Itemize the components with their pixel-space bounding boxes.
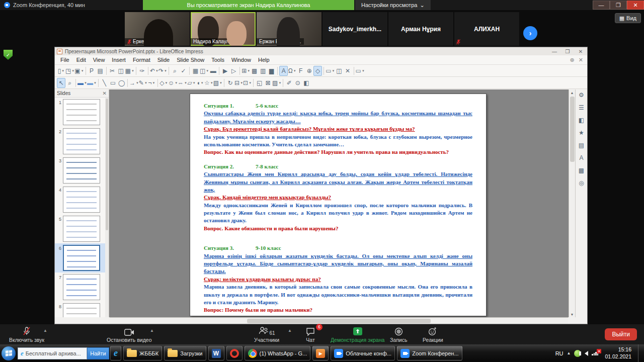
sidebar-gallery-icon[interactable]: ▩ [577,166,586,175]
sidebar-animation-icon[interactable]: ★ [577,128,586,137]
menu-file[interactable]: File [57,56,73,64]
taskbar-zoom-zoom-конферен-[interactable]: Zoom Конферен... [397,346,462,360]
minimize-button[interactable]: — [593,1,610,10]
video-tile[interactable]: Еркежан Жа... [125,12,190,46]
crop-image-icon[interactable]: ⊠ [264,78,272,88]
toggle-extrusion-icon[interactable]: ◧ [302,78,310,88]
slide-thumbnail-1[interactable]: 1 [55,98,105,127]
find-replace-icon[interactable]: ⌕ [171,66,179,76]
impress-restore-button[interactable]: ❐ [561,49,574,54]
taskbar-folder-загрузки[interactable]: Загрузки [164,346,206,360]
sidebar-styles-icon[interactable]: A [577,153,586,162]
menu-edit[interactable]: Edit [73,56,90,64]
start-from-current-slide-icon[interactable]: ▷ [229,66,238,76]
symbol-shapes-icon[interactable]: ☺▼ [168,78,178,88]
video-options-caret[interactable]: ▲ [150,328,154,333]
basic-shapes-icon[interactable]: ◇▼ [159,78,168,88]
zoom-pan-icon[interactable]: ⌕ [65,78,74,88]
tray-expand-icon[interactable]: ▲ [567,351,571,355]
close-button[interactable]: ✕ [627,1,644,10]
search-input[interactable]: Бесплатный архива... [26,350,81,356]
connectors-icon[interactable]: ¬▼ [147,78,156,88]
slide-thumbnail-6[interactable]: 6 [55,243,105,273]
slide-thumbnail-4[interactable]: 4 [55,185,105,214]
slide-thumbnail-7[interactable]: 7 [55,273,105,302]
slide-thumbnail-8[interactable]: 8 [55,302,105,317]
taskbar-player[interactable]: ▶ [312,346,329,360]
menu-tools[interactable]: Tools [208,56,228,64]
special-character-icon[interactable]: Ω▼ [288,66,296,76]
insert-chart-icon[interactable]: ▆ [267,66,276,76]
slides-panel-close-icon[interactable]: ✕ [103,90,107,96]
save-icon[interactable]: ▣▼ [74,66,84,76]
new-slide-icon[interactable]: ▭▼ [326,66,335,76]
sidebar-master-slides-icon[interactable]: ▤ [577,141,586,150]
new-document-icon[interactable]: ▯▼ [57,66,65,76]
edit-points-icon[interactable]: ✐ [285,78,293,88]
impress-minimize-button[interactable]: — [548,49,561,54]
volume-icon[interactable] [585,351,588,356]
taskbar-opera[interactable] [226,346,243,360]
menu-format[interactable]: Format [129,56,154,64]
block-arrows-icon[interactable]: ⇔▼ [178,78,187,88]
ellipse-icon[interactable]: ◯ [117,78,126,88]
sidebar-navigator-icon[interactable]: ◎ [577,178,586,188]
open-icon[interactable]: ◳▼ [65,66,74,76]
taskbar-zoom-облачные-конф-[interactable]: Облачные конф... [331,346,395,360]
export-pdf-icon[interactable]: P [88,66,96,76]
line-color-icon[interactable]: ▬▼ [77,78,87,88]
chat-button[interactable]: Чат 6 [306,326,315,343]
display-grid-icon[interactable]: ▦ [191,66,200,76]
view-settings-button[interactable]: Настройки просмотра ⌄ [355,0,431,10]
fill-color-icon[interactable]: ▬▼ [87,78,97,88]
slide-thumbnail-2[interactable]: 2 [55,127,105,156]
slide-thumbnail-3[interactable]: 3 [55,156,105,185]
participants-caret[interactable]: ▲ [288,328,292,333]
unmute-button[interactable]: Включить звук [9,326,44,343]
record-button[interactable]: Запись [390,326,407,343]
shapes-icon[interactable]: ◇ [313,66,322,76]
current-slide[interactable]: Ситуация 1.5-6 классОқушы сабаққа әдепсі… [190,94,487,316]
insert-image-icon[interactable]: ▩ [250,66,259,76]
search-go-button[interactable]: Найти [87,347,109,359]
clone-formatting-icon[interactable]: ✑ [138,66,146,76]
participant-name-tile[interactable]: Sadykov_imerkh... [323,12,387,46]
image-filter-icon[interactable]: ▨▼ [272,78,281,88]
taskbar-search[interactable]: e Бесплатный архива... Найти [18,347,109,359]
slide-properties-icon[interactable]: ▭▼ [356,66,365,76]
slide-thumbnail-5[interactable]: 5 [55,214,105,243]
language-indicator[interactable]: RU [555,350,564,356]
align-objects-icon[interactable]: ⊟▼ [234,78,243,88]
taskbar-word[interactable]: W [208,346,224,360]
snap-guides-icon[interactable]: ◫▼ [200,66,209,76]
video-tile[interactable]: Ержан Еркыдыр... [257,12,321,46]
close-document-icon[interactable]: ✕ [579,57,583,63]
mute-options-caret[interactable]: ▲ [43,328,47,333]
shadow-icon[interactable]: ◱ [255,78,264,88]
participant-name-tile[interactable]: АЛИХАН [454,12,519,46]
horizontal-scrollbar[interactable] [110,317,568,324]
insert-line-icon[interactable]: ╲ [100,78,109,88]
fontwork-icon[interactable]: F [296,66,305,76]
sidebar-properties-icon[interactable]: ☰ [577,103,586,112]
undo-icon[interactable]: ↶▼ [150,66,158,76]
menu-slide[interactable]: Slide [154,56,173,64]
arrange-objects-icon[interactable]: ⊡▼ [243,78,252,88]
scroll-down-icon[interactable]: ▼ [569,311,575,317]
flowchart-shapes-icon[interactable]: ▱▼ [187,78,196,88]
scroll-up-icon[interactable]: ▲ [569,89,575,96]
reactions-button[interactable]: Реакции [423,326,443,343]
insert-media-icon[interactable]: ▥ [259,66,267,76]
language-icon[interactable]: ⊕ [570,57,575,63]
duplicate-slide-icon[interactable]: ◫ [335,66,344,76]
leave-meeting-button[interactable]: Выйти [605,328,637,340]
taskbar-clock[interactable]: 15:16 01.02.2021 [605,346,631,359]
next-participants-button[interactable]: › [523,26,537,40]
participant-name-tile[interactable]: Арман Нұрия [388,12,453,46]
hyperlink-icon[interactable]: ⊕ [305,66,313,76]
delete-slide-icon[interactable]: ✕ [344,66,352,76]
3d-objects-icon[interactable]: ▧▼ [213,78,222,88]
gallery-view-button[interactable]: ▦ Вид [615,13,641,23]
stars-banners-icon[interactable]: ☆▼ [204,78,213,88]
rectangle-icon[interactable]: ▭ [109,78,117,88]
